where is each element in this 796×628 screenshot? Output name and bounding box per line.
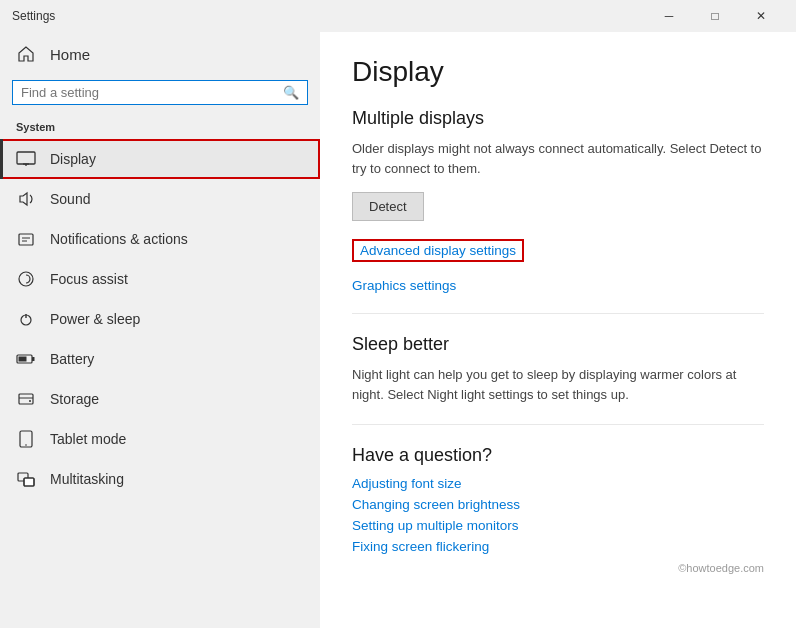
- sidebar-multitasking-label: Multitasking: [50, 471, 124, 487]
- sidebar-item-storage[interactable]: Storage: [0, 379, 320, 419]
- adjusting-font-size-link[interactable]: Adjusting font size: [352, 476, 764, 491]
- svg-rect-3: [19, 234, 33, 245]
- sidebar-item-battery[interactable]: Battery: [0, 339, 320, 379]
- svg-point-6: [19, 272, 33, 286]
- sound-icon: [16, 189, 36, 209]
- tablet-icon: [16, 429, 36, 449]
- storage-icon: [16, 389, 36, 409]
- app-body: Home 🔍 System Display: [0, 32, 796, 628]
- divider: [352, 313, 764, 314]
- window-controls: ─ □ ✕: [646, 0, 784, 32]
- svg-rect-12: [19, 394, 33, 404]
- sleep-better-heading: Sleep better: [352, 334, 764, 355]
- sidebar-tablet-label: Tablet mode: [50, 431, 126, 447]
- graphics-settings-link[interactable]: Graphics settings: [352, 278, 764, 293]
- titlebar: Settings ─ □ ✕: [0, 0, 796, 32]
- svg-rect-0: [17, 152, 35, 164]
- display-icon: [16, 149, 36, 169]
- search-icon: 🔍: [283, 85, 299, 100]
- sidebar-focus-label: Focus assist: [50, 271, 128, 287]
- advanced-display-settings-link[interactable]: Advanced display settings: [352, 239, 524, 262]
- screen-flickering-link[interactable]: Fixing screen flickering: [352, 539, 764, 554]
- svg-point-14: [29, 400, 31, 402]
- close-button[interactable]: ✕: [738, 0, 784, 32]
- power-icon: [16, 309, 36, 329]
- search-input[interactable]: [21, 85, 277, 100]
- svg-point-16: [25, 444, 27, 446]
- detect-button[interactable]: Detect: [352, 192, 424, 221]
- sidebar-notifications-label: Notifications & actions: [50, 231, 188, 247]
- sidebar-item-notifications[interactable]: Notifications & actions: [0, 219, 320, 259]
- svg-rect-11: [19, 357, 27, 362]
- sidebar-item-display[interactable]: Display: [0, 139, 320, 179]
- home-icon: [16, 44, 36, 64]
- battery-icon: [16, 349, 36, 369]
- multiple-displays-desc: Older displays might not always connect …: [352, 139, 764, 178]
- maximize-button[interactable]: □: [692, 0, 738, 32]
- copyright: ©howtoedge.com: [352, 562, 764, 574]
- sidebar-item-power[interactable]: Power & sleep: [0, 299, 320, 339]
- svg-rect-18: [24, 478, 34, 486]
- sidebar-item-focus[interactable]: Focus assist: [0, 259, 320, 299]
- sidebar-item-home[interactable]: Home: [0, 32, 320, 76]
- multitasking-icon: [16, 469, 36, 489]
- content-area: Display Multiple displays Older displays…: [320, 32, 796, 628]
- sidebar-storage-label: Storage: [50, 391, 99, 407]
- multiple-monitors-link[interactable]: Setting up multiple monitors: [352, 518, 764, 533]
- changing-brightness-link[interactable]: Changing screen brightness: [352, 497, 764, 512]
- sidebar-item-tablet[interactable]: Tablet mode: [0, 419, 320, 459]
- focus-icon: [16, 269, 36, 289]
- sidebar-sound-label: Sound: [50, 191, 90, 207]
- sidebar-battery-label: Battery: [50, 351, 94, 367]
- svg-rect-10: [32, 357, 35, 361]
- multiple-displays-heading: Multiple displays: [352, 108, 764, 129]
- sidebar-item-sound[interactable]: Sound: [0, 179, 320, 219]
- page-title: Display: [352, 56, 764, 88]
- have-question-heading: Have a question?: [352, 445, 764, 466]
- divider2: [352, 424, 764, 425]
- sidebar: Home 🔍 System Display: [0, 32, 320, 628]
- sidebar-display-label: Display: [50, 151, 96, 167]
- sleep-better-desc: Night light can help you get to sleep by…: [352, 365, 764, 404]
- sidebar-section-title: System: [0, 113, 320, 139]
- app-title: Settings: [12, 9, 646, 23]
- notifications-icon: [16, 229, 36, 249]
- home-label: Home: [50, 46, 90, 63]
- minimize-button[interactable]: ─: [646, 0, 692, 32]
- search-box[interactable]: 🔍: [12, 80, 308, 105]
- sidebar-power-label: Power & sleep: [50, 311, 140, 327]
- sidebar-item-multitasking[interactable]: Multitasking: [0, 459, 320, 499]
